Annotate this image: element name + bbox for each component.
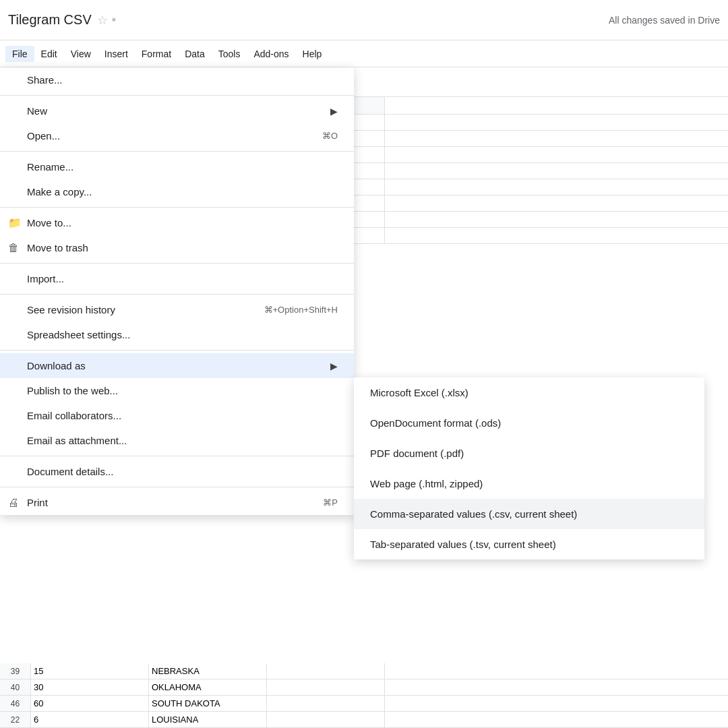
bottom-rows: 39 15 NEBRASKA 40 30 OKLAHOMA 46 60 SOUT… xyxy=(0,663,728,728)
row-num-39: 39 xyxy=(0,663,31,679)
menu-help[interactable]: Help xyxy=(296,46,329,62)
menu-file[interactable]: File xyxy=(5,46,34,62)
menu-email-collab[interactable]: Email collaborators... xyxy=(0,403,354,428)
open-shortcut: ⌘O xyxy=(322,131,338,141)
menu-view[interactable]: View xyxy=(64,46,98,62)
dropdown-sep-8 xyxy=(0,487,354,487)
dropdown-sep-6 xyxy=(0,350,354,351)
menu-bar: File Edit View Insert Format Data Tools … xyxy=(0,40,728,67)
menu-rename[interactable]: Rename... xyxy=(0,154,354,179)
menu-doc-details[interactable]: Document details... xyxy=(0,459,354,484)
email-collab-label: Email collaborators... xyxy=(27,410,121,421)
share-label: Share... xyxy=(27,74,63,86)
print-label: Print xyxy=(27,497,48,508)
move-trash-label: Move to trash xyxy=(27,242,88,253)
menu-settings[interactable]: Spreadsheet settings... xyxy=(0,322,354,347)
open-label: Open... xyxy=(27,130,60,142)
menu-make-copy[interactable]: Make a copy... xyxy=(0,179,354,204)
table-row: 22 6 LOUISIANA xyxy=(0,712,728,728)
cell-22-d[interactable]: 6 xyxy=(31,712,149,727)
revision-shortcut: ⌘+Option+Shift+H xyxy=(264,305,338,315)
menu-import[interactable]: Import... xyxy=(0,266,354,291)
table-row: 39 15 NEBRASKA xyxy=(0,663,728,679)
download-tsv[interactable]: Tab-separated values (.tsv, current shee… xyxy=(354,529,704,559)
download-submenu: Microsoft Excel (.xlsx) OpenDocument for… xyxy=(354,377,704,559)
revision-label: See revision history xyxy=(27,304,115,315)
download-ods[interactable]: OpenDocument format (.ods) xyxy=(354,408,704,438)
row-num-22: 22 xyxy=(0,712,31,727)
move-to-label: Move to... xyxy=(27,217,71,229)
ods-label: OpenDocument format (.ods) xyxy=(370,417,501,429)
star-icon[interactable]: ☆ xyxy=(97,13,108,28)
folder-icon: 📁 xyxy=(8,216,22,229)
download-xlsx[interactable]: Microsoft Excel (.xlsx) xyxy=(354,377,704,408)
dropdown-sep-2 xyxy=(0,151,354,152)
cell-46-f[interactable] xyxy=(267,696,385,711)
doc-details-label: Document details... xyxy=(27,466,113,477)
row-num-40: 40 xyxy=(0,679,31,695)
cell-40-e[interactable]: OKLAHOMA xyxy=(149,679,267,695)
cell-39-d[interactable]: 15 xyxy=(31,663,149,679)
download-csv[interactable]: Comma-separated values (.csv, current sh… xyxy=(354,499,704,529)
cell-40-d[interactable]: 30 xyxy=(31,679,149,695)
top-bar: Tilegram CSV ☆ ▪ All changes saved in Dr… xyxy=(0,0,728,40)
menu-download-as[interactable]: Download as ▶ xyxy=(0,353,354,378)
table-row: 40 30 OKLAHOMA xyxy=(0,679,728,696)
menu-share[interactable]: Share... xyxy=(0,67,354,92)
pdf-label: PDF document (.pdf) xyxy=(370,448,464,459)
download-html[interactable]: Web page (.html, zipped) xyxy=(354,468,704,499)
print-icon: 🖨 xyxy=(8,497,19,509)
menu-data[interactable]: Data xyxy=(178,46,212,62)
menu-email-attach[interactable]: Email as attachment... xyxy=(0,428,354,453)
row-num-46: 46 xyxy=(0,696,31,711)
menu-open[interactable]: Open... ⌘O xyxy=(0,123,354,148)
save-status: All changes saved in Drive xyxy=(609,15,720,26)
dropdown-sep-3 xyxy=(0,207,354,208)
cell-40-f[interactable] xyxy=(267,679,385,695)
import-label: Import... xyxy=(27,273,64,284)
download-pdf[interactable]: PDF document (.pdf) xyxy=(354,438,704,468)
dropdown-sep-4 xyxy=(0,263,354,264)
dropdown-sep-7 xyxy=(0,456,354,456)
folder-icon[interactable]: ▪ xyxy=(112,13,116,27)
menu-move-to[interactable]: 📁 Move to... xyxy=(0,210,354,235)
html-label: Web page (.html, zipped) xyxy=(370,478,483,489)
cell-46-d[interactable]: 60 xyxy=(31,696,149,711)
download-as-label: Download as xyxy=(27,360,86,371)
email-attach-label: Email as attachment... xyxy=(27,435,127,446)
download-arrow-icon: ▶ xyxy=(330,361,338,371)
cell-39-e[interactable]: NEBRASKA xyxy=(149,663,267,679)
doc-title[interactable]: Tilegram CSV xyxy=(8,12,92,28)
print-shortcut: ⌘P xyxy=(323,497,338,508)
rename-label: Rename... xyxy=(27,161,73,173)
menu-format[interactable]: Format xyxy=(135,46,178,62)
settings-label: Spreadsheet settings... xyxy=(27,329,130,340)
dropdown-sep-1 xyxy=(0,95,354,96)
cell-22-f[interactable] xyxy=(267,712,385,727)
menu-move-trash[interactable]: 🗑 Move to trash xyxy=(0,235,354,260)
tsv-label: Tab-separated values (.tsv, current shee… xyxy=(370,539,556,550)
csv-label: Comma-separated values (.csv, current sh… xyxy=(370,508,577,520)
make-copy-label: Make a copy... xyxy=(27,186,92,198)
menu-new[interactable]: New ▶ xyxy=(0,98,354,123)
new-arrow-icon: ▶ xyxy=(330,106,338,117)
menu-revision[interactable]: See revision history ⌘+Option+Shift+H xyxy=(0,297,354,322)
trash-icon: 🗑 xyxy=(8,242,19,254)
cell-39-f[interactable] xyxy=(267,663,385,679)
new-label: New xyxy=(27,105,47,117)
menu-edit[interactable]: Edit xyxy=(34,46,64,62)
dropdown-sep-5 xyxy=(0,294,354,295)
menu-addons[interactable]: Add-ons xyxy=(247,46,295,62)
cell-22-e[interactable]: LOUISIANA xyxy=(149,712,267,727)
xlsx-label: Microsoft Excel (.xlsx) xyxy=(370,387,468,398)
cell-46-e[interactable]: SOUTH DAKOTA xyxy=(149,696,267,711)
menu-insert[interactable]: Insert xyxy=(98,46,135,62)
menu-publish[interactable]: Publish to the web... xyxy=(0,378,354,403)
table-row: 46 60 SOUTH DAKOTA xyxy=(0,696,728,712)
file-dropdown: Share... New ▶ Open... ⌘O Rename... Make… xyxy=(0,67,354,515)
menu-print[interactable]: 🖨 Print ⌘P xyxy=(0,490,354,515)
publish-label: Publish to the web... xyxy=(27,385,118,396)
menu-tools[interactable]: Tools xyxy=(212,46,247,62)
